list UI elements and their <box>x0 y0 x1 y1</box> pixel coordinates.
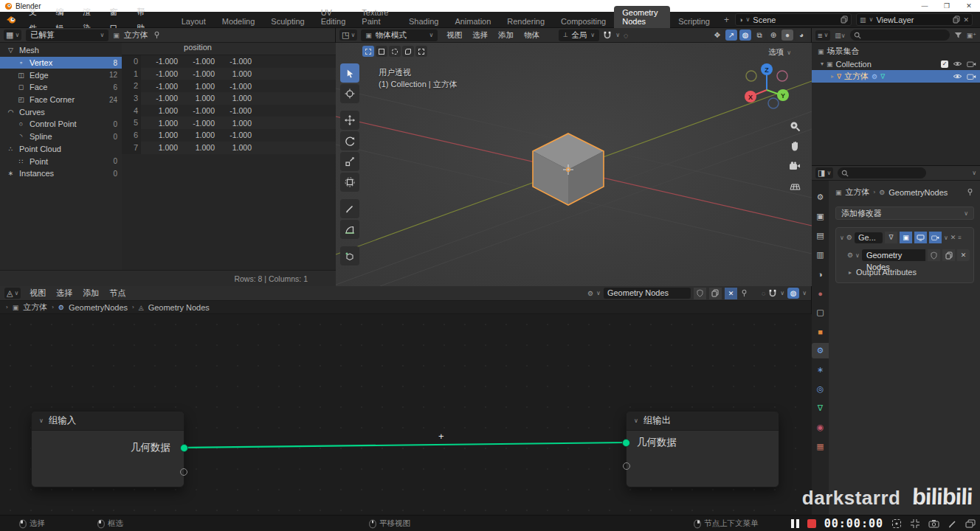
select-box-tool[interactable] <box>340 63 359 83</box>
show-gizmo-toggle[interactable]: ✥ <box>711 30 723 41</box>
outliner-cube-row[interactable]: ▸ ∇ 立方体 ⚙ ∇ <box>812 70 980 83</box>
eye-icon[interactable] <box>953 73 962 80</box>
tree-item-mesh[interactable]: ▽ Mesh <box>0 44 122 57</box>
breadcrumb-item[interactable]: 立方体 <box>23 302 47 313</box>
properties-search-input[interactable] <box>838 167 926 178</box>
workspace-tab-geometry-nodes[interactable]: Geometry Nodes <box>614 6 670 28</box>
stop-button[interactable] <box>807 519 816 528</box>
node-editor-type-button[interactable]: ◬∨ <box>4 288 21 299</box>
properties-tab-texture[interactable]: ▦ <box>812 439 829 454</box>
realtime-display-toggle[interactable] <box>914 232 927 243</box>
tree-item-point-cloud[interactable]: ∴ Point Cloud <box>0 143 122 156</box>
outliner-scene-collection-row[interactable]: ▣ 场景集合 <box>812 45 980 58</box>
copy-icon[interactable] <box>953 15 960 24</box>
breadcrumb-item[interactable]: GeometryNodes <box>69 303 128 312</box>
tree-item-point[interactable]: ∷ Point 0 <box>0 155 122 167</box>
viewport-menu-select[interactable]: 选择 <box>467 30 493 41</box>
drag-handle[interactable]: ≡ <box>958 235 962 241</box>
expand-arrow-icon[interactable]: ▸ <box>831 73 834 80</box>
camera-view-icon[interactable] <box>788 159 801 173</box>
workspace-tab-shading[interactable]: Shading <box>401 15 446 28</box>
scene-selector[interactable]: ◑∨ Scene <box>735 13 852 26</box>
modifier-name-field[interactable]: Ge... <box>855 232 883 243</box>
chevron-down-icon[interactable]: ∨ <box>972 170 976 176</box>
toggle-ortho-icon[interactable] <box>788 179 801 192</box>
copy-icon[interactable] <box>942 249 955 261</box>
node-canvas[interactable]: ∨ 组输入 几何数据 ∨ 组输出 几何数据 + <box>0 314 812 515</box>
viewport-menu-view[interactable]: 视图 <box>441 30 467 41</box>
node-group-selector[interactable]: Geometry Nodes <box>604 288 691 299</box>
navigation-gizmo[interactable]: Z X Y <box>741 60 793 112</box>
table-row[interactable]: 3-1.0001.0001.000 <box>122 92 336 105</box>
xray-toggle[interactable]: ⧉ <box>753 30 765 41</box>
workspace-tab-modeling[interactable]: Modeling <box>214 15 263 28</box>
tree-item-vertex[interactable]: ▫ Vertex 8 <box>0 57 122 69</box>
camera-icon[interactable] <box>967 73 976 80</box>
overlays-dropdown[interactable]: ◍ <box>739 30 751 41</box>
pin-icon[interactable] <box>966 188 974 196</box>
pan-hand-icon[interactable] <box>788 139 801 153</box>
workspace-tab-layout[interactable]: Layout <box>173 15 214 28</box>
scale-tool[interactable] <box>340 152 359 171</box>
breadcrumb-modifier[interactable]: GeometryNodes <box>888 188 948 197</box>
virtual-output-socket[interactable] <box>180 468 187 476</box>
pause-button[interactable] <box>791 519 799 528</box>
cursor-tool[interactable] <box>340 84 359 103</box>
draw-pencil-icon[interactable] <box>948 519 957 529</box>
outliner-search-input[interactable] <box>850 30 950 41</box>
virtual-input-socket[interactable] <box>623 462 630 470</box>
region-select-icon[interactable] <box>891 518 902 529</box>
tree-item-spline[interactable]: ◝ Spline 0 <box>0 131 122 143</box>
fake-user-shield-icon[interactable] <box>928 249 940 261</box>
fit-region-icon[interactable] <box>910 518 920 529</box>
table-row[interactable]: 1-1.000-1.0001.000 <box>122 68 336 80</box>
render-display-toggle[interactable] <box>929 232 942 243</box>
table-row[interactable]: 2-1.0001.000-1.000 <box>122 80 336 92</box>
snap-magnet-icon[interactable] <box>768 289 777 298</box>
node-menu-add[interactable]: 添加 <box>77 288 104 299</box>
group-input-node[interactable]: ∨ 组输入 几何数据 <box>31 411 184 487</box>
viewport-canvas[interactable]: 用户透视 (1) Collection | 立方体 选项∨ Z X Y <box>336 43 812 286</box>
table-row[interactable]: 0-1.000-1.000-1.000 <box>122 55 336 68</box>
breadcrumb-item[interactable]: Geometry Nodes <box>148 303 210 312</box>
shading-rendered-button[interactable]: ◕ <box>796 30 807 41</box>
add-workspace-button[interactable]: + <box>718 15 735 25</box>
properties-tab-particles[interactable]: ∗ <box>812 362 829 378</box>
maximize-button[interactable]: ❐ <box>936 0 958 12</box>
select-mode-tweak[interactable] <box>362 46 374 57</box>
breadcrumb-back-icon[interactable]: › <box>6 304 8 310</box>
select-mode-circle[interactable] <box>389 46 401 57</box>
properties-tab-view-layer[interactable]: ▥ <box>812 247 829 263</box>
table-column-header[interactable]: position <box>122 43 336 55</box>
workspace-tab-texture-paint[interactable]: Texture Paint <box>353 6 401 28</box>
tree-item-curves[interactable]: ◠ Curves <box>0 105 122 118</box>
close-button[interactable]: ✕ <box>958 0 980 12</box>
group-output-node-header[interactable]: ∨ 组输出 <box>627 412 779 431</box>
overlays-dropdown[interactable]: ◍ <box>787 288 799 299</box>
properties-tab-output[interactable]: ▤ <box>812 228 829 243</box>
close-icon[interactable]: ✕ <box>963 16 969 24</box>
collapse-arrow-icon[interactable]: ∨ <box>840 235 844 241</box>
properties-tab-scene[interactable]: ◑ <box>812 266 829 282</box>
new-collection-icon[interactable]: ▣⁺ <box>967 32 976 39</box>
display-mode-icon[interactable]: ▥∨ <box>835 32 845 39</box>
select-mode-extra[interactable] <box>415 46 427 57</box>
view-layer-selector[interactable]: ▥∨ ViewLayer ✕ <box>856 13 973 26</box>
measure-tool[interactable] <box>340 220 359 239</box>
tree-item-face[interactable]: ◻ Face 6 <box>0 81 122 94</box>
evaluation-mode-dropdown[interactable]: 已解算∨ <box>26 30 108 41</box>
viewport-menu-object[interactable]: 物体 <box>519 30 545 41</box>
viewport-options-dropdown[interactable]: 选项∨ <box>768 47 791 58</box>
proportional-edit-icon[interactable]: ◌ <box>762 290 765 297</box>
tree-item-edge[interactable]: ◫ Edge 12 <box>0 69 122 81</box>
node-menu-view[interactable]: 视图 <box>24 288 51 299</box>
nodetree-browse-icon[interactable]: ⚙ <box>847 251 853 259</box>
workspace-tab-animation[interactable]: Animation <box>446 15 499 28</box>
nodetree-browse-icon[interactable]: ⚙ <box>587 290 593 297</box>
collapse-arrow-icon[interactable]: ∨ <box>634 417 638 424</box>
group-input-node-header[interactable]: ∨ 组输入 <box>32 412 184 431</box>
properties-tab-object[interactable]: ■ <box>812 324 829 339</box>
geometry-input-socket[interactable] <box>622 439 630 447</box>
screenshot-camera-icon[interactable] <box>928 519 939 528</box>
properties-tab-object-data[interactable]: ∇ <box>812 400 829 416</box>
